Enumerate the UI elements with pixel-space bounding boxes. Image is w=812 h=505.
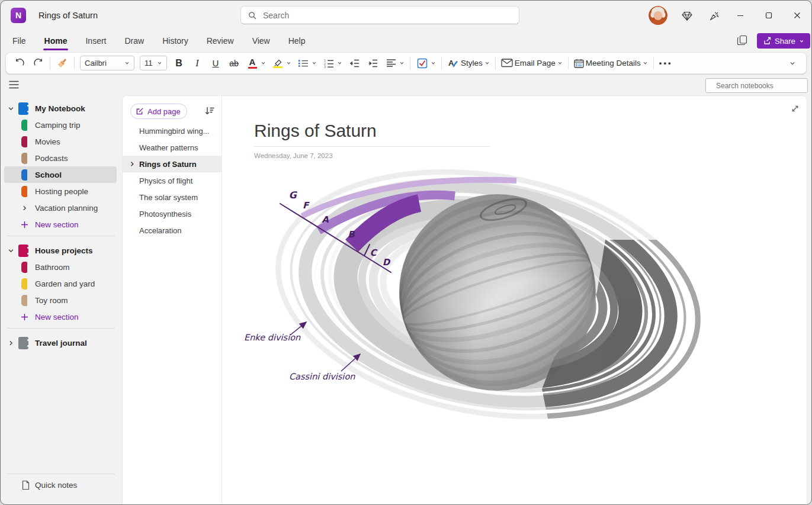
section-icon xyxy=(21,120,27,131)
strikethrough-button[interactable]: ab xyxy=(227,56,240,71)
numbered-list-button[interactable]: 1 2 3 xyxy=(322,56,335,71)
section-hosting-people[interactable]: Hosting people xyxy=(1,183,122,200)
section-bathroom[interactable]: Bathroom xyxy=(1,259,122,275)
section-toy-room[interactable]: Toy room xyxy=(1,292,122,308)
ribbon-separator xyxy=(74,57,75,70)
new-section-button[interactable]: New section xyxy=(1,308,122,325)
global-search-box[interactable] xyxy=(240,6,519,24)
undo-button[interactable] xyxy=(13,56,26,71)
section-icon xyxy=(21,278,27,290)
chevron-down-icon[interactable] xyxy=(8,105,15,112)
ribbon-separator xyxy=(441,57,442,70)
chevron-down-icon[interactable] xyxy=(312,60,317,66)
font-size-select[interactable]: 11 xyxy=(140,56,167,70)
highlighter-button[interactable] xyxy=(271,56,284,71)
todo-tag-button[interactable] xyxy=(416,56,429,71)
ribbon-toolbar: Cailbri 11 B I U ab A xyxy=(5,52,807,74)
italic-button[interactable]: I xyxy=(191,56,204,71)
bold-button[interactable]: B xyxy=(172,56,185,71)
section-podcasts[interactable]: Podcasts xyxy=(1,150,122,166)
menu-view[interactable]: View xyxy=(251,34,271,48)
format-painter-button[interactable] xyxy=(56,56,69,71)
notebook-icon xyxy=(18,337,28,349)
meeting-details-button[interactable]: Meeting Details xyxy=(574,59,648,68)
chevron-down-icon[interactable] xyxy=(399,60,405,66)
minimize-button[interactable] xyxy=(731,8,749,23)
decrease-indent-button[interactable] xyxy=(348,56,361,71)
sort-pages-icon[interactable] xyxy=(204,106,215,115)
menu-help[interactable]: Help xyxy=(287,34,307,48)
share-button[interactable]: Share xyxy=(757,33,810,49)
notebook-travel-journal[interactable]: Travel journal xyxy=(1,334,122,351)
redo-button[interactable] xyxy=(31,56,44,71)
chevron-right-icon[interactable] xyxy=(129,161,135,167)
page-item[interactable]: Photosynthesis xyxy=(123,205,222,222)
section-group-vacation-planning[interactable]: Vacation planning xyxy=(1,200,122,216)
section-camping-trip[interactable]: Camping trip xyxy=(1,117,122,133)
maximize-button[interactable] xyxy=(760,8,778,23)
chevron-down-icon[interactable] xyxy=(261,60,266,66)
ribbon-collapse-button[interactable] xyxy=(786,56,799,71)
ribbon-overflow-button[interactable]: ••• xyxy=(659,56,673,71)
page-item-selected[interactable]: Rings of Saturn xyxy=(123,156,222,172)
notebook-search-input[interactable] xyxy=(715,81,809,91)
chevron-down-icon[interactable] xyxy=(8,247,15,254)
premium-diamond-icon[interactable] xyxy=(681,9,694,22)
alignment-button[interactable] xyxy=(384,56,397,71)
page-date: Wednesday, June 7, 2023 xyxy=(254,152,333,159)
saturn-illustration: G F A B C D Enke division Cassini divisi… xyxy=(243,169,717,424)
whats-new-icon[interactable] xyxy=(708,9,721,22)
new-section-button[interactable]: New section xyxy=(1,216,122,233)
font-color-button[interactable]: A xyxy=(246,56,259,71)
chevron-down-icon[interactable] xyxy=(431,60,436,66)
add-page-button[interactable]: Add page xyxy=(130,104,187,119)
expand-icon[interactable] xyxy=(791,104,800,113)
menu-insert[interactable]: Insert xyxy=(84,34,107,48)
page-item[interactable]: The solar system xyxy=(123,189,222,205)
menu-history[interactable]: History xyxy=(161,34,190,48)
sidebar-divider xyxy=(7,474,115,474)
section-movies[interactable]: Movies xyxy=(1,133,122,150)
notebook-my-notebook[interactable]: My Notebook xyxy=(1,100,122,117)
ribbon-separator xyxy=(410,57,410,70)
notebooks-sidebar: My Notebook Camping trip Movies Podcasts… xyxy=(1,76,122,504)
bullet-list-button[interactable] xyxy=(297,56,310,71)
page-item[interactable]: Physics of flight xyxy=(123,172,222,189)
compose-icon xyxy=(136,107,144,115)
plus-icon xyxy=(21,313,28,321)
plus-icon xyxy=(21,221,28,229)
global-search-input[interactable] xyxy=(262,10,512,21)
page-item[interactable]: Accelaration xyxy=(123,222,222,239)
close-button[interactable] xyxy=(788,8,806,23)
underline-button[interactable]: U xyxy=(209,56,222,71)
section-school-selected[interactable]: School xyxy=(1,166,122,183)
chevron-down-icon[interactable] xyxy=(337,60,342,66)
chevron-down-icon xyxy=(557,60,563,66)
avatar[interactable] xyxy=(649,6,667,25)
section-garden-and-yard[interactable]: Garden and yard xyxy=(1,275,122,292)
chevron-down-icon[interactable] xyxy=(286,60,291,66)
menu-bar: File Home Insert Draw History Review Vie… xyxy=(1,30,811,52)
copy-pages-icon[interactable] xyxy=(735,33,749,47)
quick-notes-button[interactable]: Quick notes xyxy=(1,477,122,493)
font-name-select[interactable]: Cailbri xyxy=(80,56,134,70)
menu-file[interactable]: File xyxy=(11,34,27,48)
notebook-search-box[interactable] xyxy=(705,78,808,93)
page-item[interactable]: Hummingbird wing... xyxy=(123,123,222,139)
section-icon xyxy=(21,262,27,273)
styles-button[interactable]: A Styles xyxy=(447,58,490,69)
increase-indent-button[interactable] xyxy=(366,56,379,71)
notebook-house-projects[interactable]: House projects xyxy=(1,242,122,259)
chevron-down-icon xyxy=(484,60,490,66)
menu-draw[interactable]: Draw xyxy=(123,34,145,48)
page-list: Add page Hummingbird wing... Weather pat… xyxy=(123,96,222,504)
chevron-right-icon[interactable] xyxy=(21,205,28,211)
page-title[interactable]: Rings of Saturn xyxy=(254,121,377,141)
page-item[interactable]: Weather patterns xyxy=(123,139,222,156)
envelope-icon xyxy=(501,59,513,67)
email-page-button[interactable]: Email Page xyxy=(501,59,563,67)
menu-review[interactable]: Review xyxy=(206,34,235,48)
chevron-right-icon[interactable] xyxy=(8,340,15,346)
menu-home[interactable]: Home xyxy=(43,34,69,48)
main-panel: Add page Hummingbird wing... Weather pat… xyxy=(122,95,807,504)
